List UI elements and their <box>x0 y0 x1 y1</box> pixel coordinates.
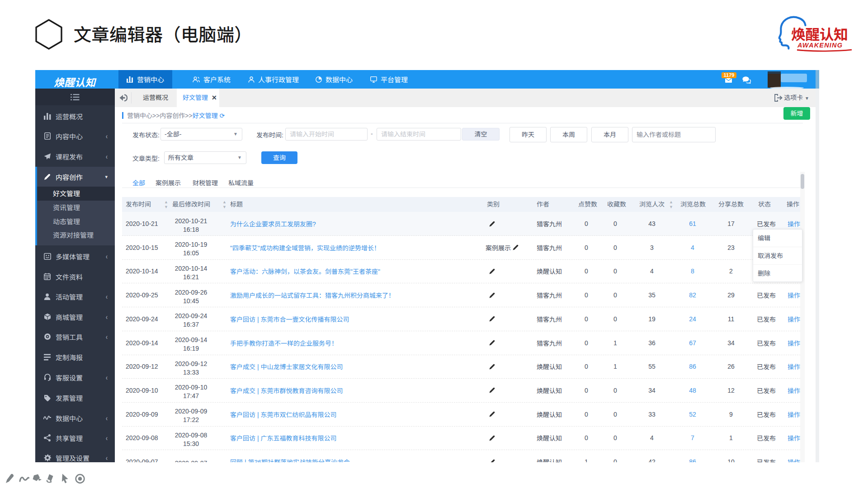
svg-text:AWAKENING: AWAKENING <box>797 42 843 49</box>
svg-text:焕醒认知: 焕醒认知 <box>791 23 848 44</box>
